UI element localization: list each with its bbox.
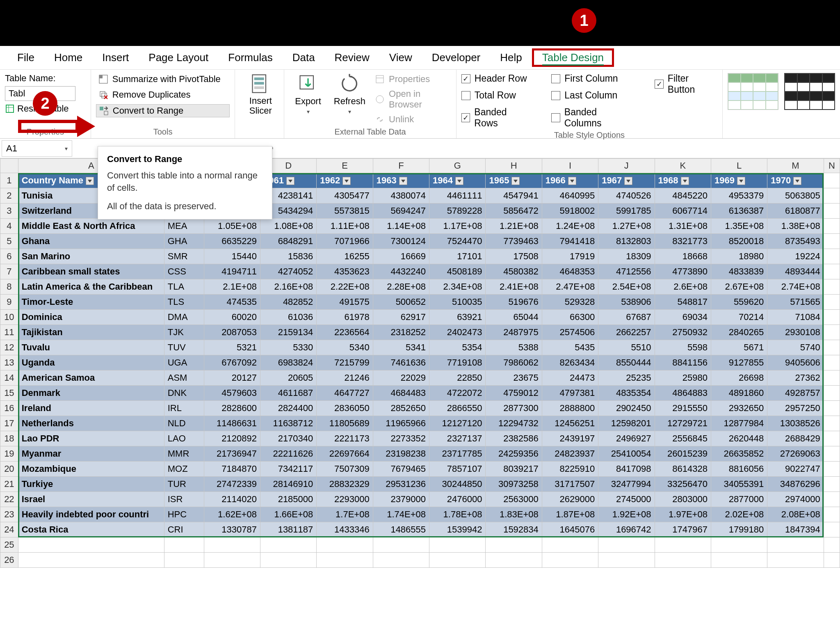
value-cell[interactable]: 2629000 <box>542 492 598 507</box>
header-cell[interactable]: 1966 <box>542 173 598 188</box>
value-cell[interactable]: 500652 <box>373 295 429 310</box>
row-header-19[interactable]: 19 <box>0 446 18 462</box>
value-cell[interactable]: 4740526 <box>598 188 655 203</box>
value-cell[interactable]: 4845220 <box>655 188 711 203</box>
value-cell[interactable]: 2496927 <box>598 431 655 446</box>
value-cell[interactable]: 1.74E+08 <box>373 507 429 522</box>
value-cell[interactable]: 8550444 <box>598 355 655 370</box>
value-cell[interactable]: 2688429 <box>767 431 824 446</box>
value-cell[interactable]: 1.35E+08 <box>711 219 767 234</box>
value-cell[interactable]: 4835354 <box>598 386 655 401</box>
value-cell[interactable]: 2620448 <box>711 431 767 446</box>
value-cell[interactable]: 4579603 <box>204 386 260 401</box>
tab-page-layout[interactable]: Page Layout <box>139 49 218 66</box>
value-cell[interactable]: 2803000 <box>655 492 711 507</box>
insert-slicer-button[interactable]: Insert Slicer <box>240 73 281 116</box>
value-cell[interactable]: 2318252 <box>373 325 429 340</box>
country-code-cell[interactable]: TLA <box>164 279 204 295</box>
value-cell[interactable]: 1.08E+08 <box>260 219 316 234</box>
value-cell[interactable]: 6767092 <box>204 355 260 370</box>
value-cell[interactable]: 2273352 <box>373 431 429 446</box>
value-cell[interactable]: 18980 <box>711 249 767 264</box>
value-cell[interactable]: 7941418 <box>542 234 598 249</box>
row-header-23[interactable]: 23 <box>0 507 18 522</box>
value-cell[interactable]: 12598201 <box>598 416 655 431</box>
filter-dropdown-icon[interactable] <box>568 177 576 185</box>
value-cell[interactable]: 1.87E+08 <box>542 507 598 522</box>
country-name-cell[interactable]: Israel <box>18 492 164 507</box>
value-cell[interactable]: 7986062 <box>486 355 542 370</box>
value-cell[interactable]: 2877000 <box>711 492 767 507</box>
value-cell[interactable]: 5740 <box>767 340 824 355</box>
value-cell[interactable]: 4893444 <box>767 264 824 279</box>
value-cell[interactable]: 11805689 <box>317 416 373 431</box>
name-box[interactable]: A1 ▾ <box>2 140 72 157</box>
col-header-K[interactable]: K <box>655 159 711 173</box>
tab-insert[interactable]: Insert <box>92 49 139 66</box>
value-cell[interactable]: 12456251 <box>542 416 598 431</box>
row-header-12[interactable]: 12 <box>0 340 18 355</box>
value-cell[interactable]: 5388 <box>486 340 542 355</box>
value-cell[interactable]: 2487975 <box>486 325 542 340</box>
country-name-cell[interactable]: Lao PDR <box>18 431 164 446</box>
convert-to-range-button[interactable]: Convert to Range <box>96 104 230 117</box>
first-column-checkbox[interactable]: First Column <box>551 73 635 84</box>
value-cell[interactable]: 27362 <box>767 370 824 386</box>
row-header-15[interactable]: 15 <box>0 386 18 401</box>
tab-help[interactable]: Help <box>490 49 532 66</box>
country-name-cell[interactable]: Denmark <box>18 386 164 401</box>
value-cell[interactable]: 2.6E+08 <box>655 279 711 295</box>
value-cell[interactable]: 2379000 <box>373 492 429 507</box>
value-cell[interactable]: 5063805 <box>767 188 824 203</box>
value-cell[interactable]: 18668 <box>655 249 711 264</box>
value-cell[interactable]: 28146910 <box>260 477 316 492</box>
col-header-F[interactable]: F <box>373 159 429 173</box>
value-cell[interactable]: 2932650 <box>711 401 767 416</box>
country-name-cell[interactable]: Turkiye <box>18 477 164 492</box>
value-cell[interactable]: 5671 <box>711 340 767 355</box>
filter-dropdown-icon[interactable] <box>286 177 294 185</box>
value-cell[interactable]: 2185000 <box>260 492 316 507</box>
value-cell[interactable]: 30973258 <box>486 477 542 492</box>
value-cell[interactable]: 7679465 <box>373 462 429 477</box>
value-cell[interactable]: 66300 <box>542 310 598 325</box>
value-cell[interactable]: 2.16E+08 <box>260 279 316 295</box>
value-cell[interactable]: 2293000 <box>317 492 373 507</box>
country-code-cell[interactable]: HPC <box>164 507 204 522</box>
value-cell[interactable]: 4647727 <box>317 386 373 401</box>
filter-dropdown-icon[interactable] <box>86 177 94 185</box>
row-header-7[interactable]: 7 <box>0 264 18 279</box>
value-cell[interactable]: 7524470 <box>429 234 486 249</box>
value-cell[interactable]: 5340 <box>317 340 373 355</box>
row-header-21[interactable]: 21 <box>0 477 18 492</box>
filter-dropdown-icon[interactable] <box>342 177 351 185</box>
value-cell[interactable]: 5991785 <box>598 203 655 219</box>
remove-duplicates-button[interactable]: Remove Duplicates <box>96 89 230 101</box>
row-header-1[interactable]: 1 <box>0 173 18 188</box>
country-code-cell[interactable]: ASM <box>164 370 204 386</box>
value-cell[interactable]: 529328 <box>542 295 598 310</box>
row-header-14[interactable]: 14 <box>0 370 18 386</box>
row-header-18[interactable]: 18 <box>0 431 18 446</box>
value-cell[interactable]: 1.14E+08 <box>373 219 429 234</box>
value-cell[interactable]: 1381187 <box>260 522 316 537</box>
value-cell[interactable]: 4611687 <box>260 386 316 401</box>
value-cell[interactable]: 11486631 <box>204 416 260 431</box>
value-cell[interactable]: 1539942 <box>429 522 486 537</box>
value-cell[interactable]: 2.34E+08 <box>429 279 486 295</box>
row-header-9[interactable]: 9 <box>0 295 18 310</box>
value-cell[interactable]: 5598 <box>655 340 711 355</box>
value-cell[interactable]: 1799180 <box>711 522 767 537</box>
value-cell[interactable]: 6180877 <box>767 203 824 219</box>
value-cell[interactable]: 1.17E+08 <box>429 219 486 234</box>
value-cell[interactable]: 1.11E+08 <box>317 219 373 234</box>
value-cell[interactable]: 2476000 <box>429 492 486 507</box>
value-cell[interactable]: 17919 <box>542 249 598 264</box>
value-cell[interactable]: 1847394 <box>767 522 824 537</box>
value-cell[interactable]: 7507309 <box>317 462 373 477</box>
country-name-cell[interactable]: Middle East & North Africa <box>18 219 164 234</box>
value-cell[interactable]: 1592834 <box>486 522 542 537</box>
value-cell[interactable]: 2556845 <box>655 431 711 446</box>
header-cell[interactable]: 1967 <box>598 173 655 188</box>
row-header-13[interactable]: 13 <box>0 355 18 370</box>
